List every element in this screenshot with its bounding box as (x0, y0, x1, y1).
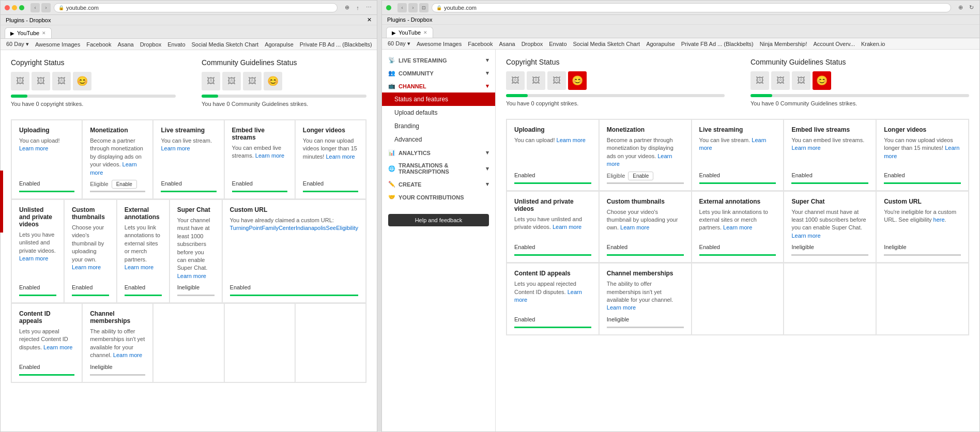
sidebar-section-translations[interactable]: 🌐 TRANSLATIONS & TRANSCRIPTIONS ▾ (382, 159, 495, 178)
sidebar-section-channel[interactable]: 📺 CHANNEL ▾ (382, 80, 495, 92)
bookmark-social[interactable]: Social Media Sketch Chart (190, 41, 261, 48)
bookmark-envato-right[interactable]: Envato (547, 40, 568, 48)
bookmark-agora-right[interactable]: Agorapulse (645, 40, 677, 48)
feature-thumbnails-status-left: Enabled (72, 284, 109, 292)
r-livestream-learn-more[interactable]: Learn more (699, 137, 767, 151)
annotations-learn-more[interactable]: Learn more (125, 264, 154, 270)
strike-indicators-right: 🖼 🖼 🖼 😊 (506, 71, 725, 90)
sidebar-item-upload-defaults[interactable]: Upload defaults (382, 106, 495, 119)
bookmark-ninja-right[interactable]: Ninja Membership! (758, 40, 809, 48)
r-customurl-here[interactable]: here (933, 217, 945, 223)
r-uploading-learn-more[interactable]: Learn more (557, 137, 586, 143)
r-memberships-learn-more[interactable]: Learn more (607, 304, 636, 311)
contentid-learn-more[interactable]: Learn more (43, 344, 72, 350)
uploading-learn-more[interactable]: Learn more (19, 145, 48, 151)
livestream-learn-more[interactable]: Learn more (161, 145, 190, 151)
bookmark-envato[interactable]: Envato (166, 41, 187, 48)
monetization-learn-more[interactable]: Learn more (90, 161, 137, 175)
r-feature-longer-status: Enabled (884, 172, 961, 180)
bookmark-asana-right[interactable]: Asana (497, 40, 516, 48)
dropbox-close[interactable]: ✕ (367, 17, 372, 23)
bookmark-account-right[interactable]: Account Overv... (811, 40, 856, 48)
r-embed-learn-more[interactable]: Learn more (791, 145, 820, 151)
bookmark-kraken-right[interactable]: Kraken.io (860, 40, 886, 48)
r-enable-button[interactable]: Enable (628, 172, 653, 180)
thumbnails-learn-more[interactable]: Learn more (72, 264, 101, 270)
help-feedback-button[interactable]: Help and feedback (388, 214, 489, 226)
bookmark-agora[interactable]: Agorapulse (263, 41, 295, 48)
enable-button-left[interactable]: Enable (112, 180, 137, 189)
bookmark-awesome[interactable]: Awesome Images (34, 41, 82, 48)
strike-box-emoji: 😊 (73, 72, 91, 90)
sidebar-section-create[interactable]: ✏️ CREATE ▾ (382, 178, 495, 191)
bookmark-private-right[interactable]: Private FB Ad ... (Blackbelts) (680, 40, 755, 48)
forward-button[interactable]: › (41, 3, 51, 12)
r-feature-longer-bar (884, 182, 961, 184)
more-icon[interactable]: ⋯ (364, 4, 373, 12)
r-contentid-learn-more[interactable]: Learn more (514, 289, 582, 303)
feature-unlisted-title-left: Unlisted and private videos (19, 206, 56, 228)
view-button[interactable]: ⊡ (419, 3, 428, 12)
sidebar-section-contributions[interactable]: 🤝 YOUR CONTRIBUTIONS (382, 191, 495, 204)
r-feature-customurl-title: Custom URL (884, 198, 961, 205)
bookmark-awesome-right[interactable]: Awesome Images (415, 40, 463, 48)
bookmark-asana[interactable]: Asana (116, 41, 135, 48)
sidebar-item-status[interactable]: Status and features (382, 92, 495, 106)
superchat-learn-more[interactable]: Learn more (177, 273, 206, 279)
share-icon[interactable]: ↑ (354, 4, 362, 12)
bookmark-60day[interactable]: 60 Day ▾ (5, 40, 30, 48)
unlisted-learn-more[interactable]: Learn more (19, 255, 48, 261)
livestreaming-icon: 📡 (388, 57, 395, 64)
empty-cell-3 (295, 303, 366, 382)
bookmark-dropbox[interactable]: Dropbox (139, 41, 163, 48)
maximize-button[interactable] (19, 5, 24, 10)
minimize-button[interactable] (12, 5, 17, 10)
copyright-fill-right (506, 94, 528, 97)
youtube-tab-right[interactable]: ▶ YouTube ✕ (386, 27, 433, 38)
bookmark-dropbox-right[interactable]: Dropbox (520, 40, 545, 48)
feature-annotations-title-left: External annotations (125, 206, 162, 221)
sidebar-section-community[interactable]: 👥 COMMUNITY ▾ (382, 67, 495, 80)
embed-learn-more[interactable]: Learn more (255, 152, 284, 159)
tab-close-right[interactable]: ✕ (423, 30, 427, 35)
r-superchat-learn-more[interactable]: Learn more (791, 233, 820, 239)
bookmark-social-right[interactable]: Social Media Sketch Chart (572, 40, 642, 48)
channel-label: CHANNEL (399, 83, 426, 89)
create-label: CREATE (399, 181, 421, 188)
r-unlisted-learn-more[interactable]: Learn more (553, 224, 581, 230)
r-feature-uploading-status: Enabled (514, 172, 591, 180)
back-button-right[interactable]: ‹ (397, 3, 407, 12)
r-thumbnails-learn-more[interactable]: Learn more (620, 224, 649, 230)
sidebar-section-livestreaming[interactable]: 📡 LIVE STREAMING ▾ (382, 54, 495, 67)
feature-uploading-left: Uploading You can upload! Learn more Ena… (11, 120, 82, 199)
youtube-tab-left[interactable]: ▶ YouTube ✕ (5, 27, 52, 38)
sidebar-item-branding[interactable]: Branding (382, 119, 495, 133)
memberships-learn-more[interactable]: Learn more (113, 352, 142, 358)
r-feature-row-2: Unlisted and private videos Lets you hav… (507, 191, 969, 264)
cast-icon-right[interactable]: ⊕ (956, 4, 964, 12)
forward-button-right[interactable]: › (408, 3, 418, 12)
tab-close-left[interactable]: ✕ (42, 30, 46, 36)
bookmark-60day-right[interactable]: 60 Day ▾ (386, 40, 412, 48)
r-monetization-learn-more[interactable]: Learn more (607, 153, 672, 167)
cast-icon[interactable]: ⊕ (343, 4, 351, 12)
r-longer-learn-more[interactable]: Learn more (884, 145, 959, 159)
bookmark-facebook[interactable]: Facebook (85, 41, 113, 48)
left-browser-window: ‹ › 🔒 youtube.com ⊕ ↑ ⋯ Plugins - Dropbo… (0, 0, 377, 432)
feature-embed-left: Embed live streams You can embed live st… (224, 120, 295, 199)
longer-learn-more[interactable]: Learn more (326, 153, 355, 160)
feature-annotations-bar-left (125, 295, 162, 296)
close-button[interactable] (5, 5, 10, 10)
r-feature-monetization-desc: Become a partner through monetization by… (607, 136, 684, 168)
sidebar-item-advanced[interactable]: Advanced (382, 133, 495, 146)
refresh-icon-right[interactable]: ↻ (967, 4, 975, 12)
sidebar-section-analytics[interactable]: 📊 ANALYTICS ▾ (382, 146, 495, 159)
bookmark-facebook-right[interactable]: Facebook (466, 40, 494, 48)
community-title-right: Community Guidelines Status (751, 58, 969, 66)
customurl-link[interactable]: TurningPointFamilyCenterIndianapolisSeeE… (230, 225, 358, 231)
address-bar-left[interactable]: 🔒 youtube.com (54, 3, 338, 12)
address-bar-right[interactable]: 🔒 youtube.com (432, 3, 951, 12)
bookmark-private[interactable]: Private FB Ad ... (Blackbelts) (298, 41, 374, 48)
r-annotations-learn-more[interactable]: Learn more (723, 224, 752, 230)
back-button[interactable]: ‹ (30, 3, 40, 12)
